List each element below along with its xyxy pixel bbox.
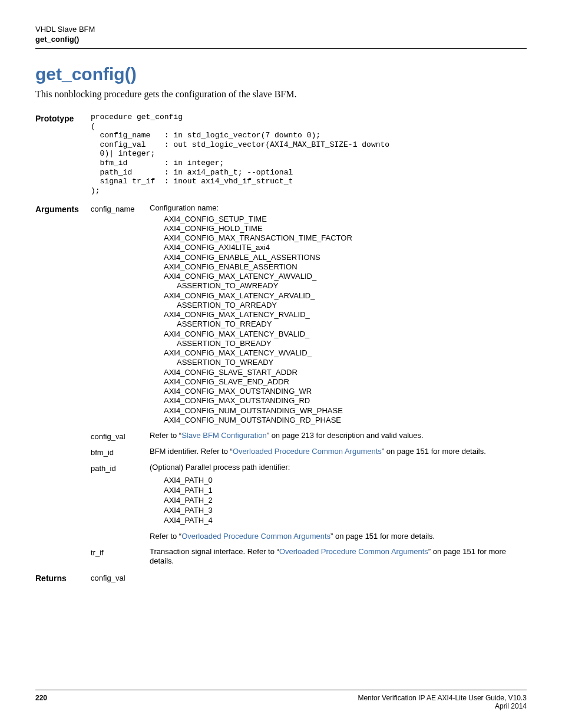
returns-value: config_val — [91, 572, 150, 582]
config-name-item: AXI4_CONFIG_NUM_OUTSTANDING_RD_PHASE — [164, 416, 527, 425]
page: VHDL Slave BFM get_config() get_config()… — [0, 0, 562, 728]
argument-desc: Refer to “Slave BFM Configuration” on pa… — [150, 431, 527, 440]
text: ” on page 213 for description and valid … — [267, 431, 424, 440]
config-name-item: ASSERTION_TO_BREADY — [164, 339, 527, 348]
config-name-item: AXI4_CONFIG_SLAVE_START_ADDR — [164, 368, 527, 377]
config-name-item: AXI4_CONFIG_ENABLE_ASSERTION — [164, 262, 527, 272]
config-name-item: AXI4_CONFIG_MAX_LATENCY_RVALID_ — [164, 310, 527, 319]
config-name-lead: Configuration name: — [150, 203, 527, 213]
path-id-list: AXI4_PATH_0AXI4_PATH_1AXI4_PATH_2AXI4_PA… — [164, 476, 527, 525]
config-name-item: AXI4_CONFIG_SETUP_TIME — [164, 215, 527, 224]
path-id-tail: Refer to “Overloaded Procedure Common Ar… — [150, 532, 527, 541]
argument-name: path_id — [91, 463, 150, 473]
argument-name: config_val — [91, 431, 150, 441]
argument-row-path-id: path_id (Optional) Parallel process path… — [35, 463, 527, 541]
config-name-item: AXI4_CONFIG_HOLD_TIME — [164, 224, 527, 233]
cross-ref-link[interactable]: Overloaded Procedure Common Arguments — [233, 447, 382, 456]
config-name-item: ASSERTION_TO_AWREADY — [164, 281, 527, 291]
path-id-item: AXI4_PATH_0 — [164, 476, 527, 486]
cross-ref-link[interactable]: Slave BFM Configuration — [181, 431, 267, 440]
config-name-item: AXI4_CONFIG_ENABLE_ALL_ASSERTIONS — [164, 253, 527, 262]
config-name-item: AXI4_CONFIG_MAX_LATENCY_AWVALID_ — [164, 272, 527, 281]
running-header-chapter: VHDL Slave BFM — [35, 25, 527, 34]
config-name-item: AXI4_CONFIG_MAX_TRANSACTION_TIME_FACTOR — [164, 233, 527, 243]
returns-row: Returns config_val — [35, 572, 527, 583]
argument-name: tr_if — [91, 547, 150, 557]
argument-name: bfm_id — [91, 447, 150, 457]
path-id-lead: (Optional) Parallel process path identif… — [150, 463, 527, 472]
prototype-label: Prototype — [35, 113, 91, 123]
argument-desc: (Optional) Parallel process path identif… — [150, 463, 527, 541]
running-header-section: get_config() — [35, 35, 527, 44]
footer-date: April 2014 — [358, 702, 527, 710]
page-footer: 220 Mentor Verification IP AE AXI4-Lite … — [35, 685, 527, 710]
page-title: get_config() — [35, 64, 527, 84]
argument-row-config-val: config_val Refer to “Slave BFM Configura… — [35, 431, 527, 441]
arguments-label: Arguments — [35, 203, 91, 214]
config-name-item: AXI4_CONFIG_MAX_LATENCY_BVALID_ — [164, 330, 527, 339]
config-name-item: ASSERTION_TO_RREADY — [164, 319, 527, 329]
text: BFM identifier. Refer to “ — [150, 447, 233, 456]
cross-ref-link[interactable]: Overloaded Procedure Common Arguments — [279, 547, 428, 556]
config-name-item: AXI4_CONFIG_MAX_OUTSTANDING_RD — [164, 396, 527, 406]
footer-guide: Mentor Verification IP AE AXI4-Lite User… — [358, 694, 527, 702]
text: Transaction signal interface. Refer to “ — [150, 547, 279, 556]
text: Refer to “ — [150, 532, 181, 541]
page-number: 220 — [35, 694, 47, 710]
config-name-item: ASSERTION_TO_WREADY — [164, 358, 527, 367]
argument-name: config_name — [91, 203, 150, 213]
prototype-code: procedure get_config ( config_name : in … — [91, 113, 389, 195]
config-name-item: AXI4_CONFIG_MAX_OUTSTANDING_WR — [164, 387, 527, 396]
arguments-block: Arguments config_name Configuration name… — [35, 203, 527, 566]
config-name-item: AXI4_CONFIG_MAX_LATENCY_WVALID_ — [164, 348, 527, 358]
path-id-item: AXI4_PATH_3 — [164, 506, 527, 516]
cross-ref-link[interactable]: Overloaded Procedure Common Arguments — [181, 532, 330, 541]
config-name-item: AXI4_CONFIG_NUM_OUTSTANDING_WR_PHASE — [164, 406, 527, 416]
text: Refer to “ — [150, 431, 181, 440]
argument-desc: Configuration name: AXI4_CONFIG_SETUP_TI… — [150, 203, 527, 425]
config-name-item: AXI4_CONFIG_SLAVE_END_ADDR — [164, 377, 527, 387]
argument-row-config-name: Arguments config_name Configuration name… — [35, 203, 527, 425]
path-id-item: AXI4_PATH_4 — [164, 516, 527, 526]
header-rule — [35, 48, 527, 49]
returns-label: Returns — [35, 572, 91, 583]
intro-paragraph: This nonblocking procedure gets the conf… — [35, 89, 527, 100]
path-id-item: AXI4_PATH_2 — [164, 496, 527, 506]
prototype-row: Prototype procedure get_config ( config_… — [35, 113, 527, 195]
argument-desc: Transaction signal interface. Refer to “… — [150, 547, 527, 566]
argument-row-bfm-id: bfm_id BFM identifier. Refer to “Overloa… — [35, 447, 527, 457]
config-name-item: ASSERTION_TO_ARREADY — [164, 301, 527, 310]
config-name-list: AXI4_CONFIG_SETUP_TIMEAXI4_CONFIG_HOLD_T… — [164, 215, 527, 426]
path-id-item: AXI4_PATH_1 — [164, 486, 527, 496]
config-name-item: AXI4_CONFIG_AXI4LITE_axi4 — [164, 243, 527, 252]
text: ” on page 151 for more details. — [382, 447, 486, 456]
argument-row-tr-if: tr_if Transaction signal interface. Refe… — [35, 547, 527, 566]
argument-desc: BFM identifier. Refer to “Overloaded Pro… — [150, 447, 527, 456]
footer-rule — [35, 690, 527, 690]
config-name-item: AXI4_CONFIG_MAX_LATENCY_ARVALID_ — [164, 291, 527, 301]
text: ” on page 151 for more details. — [330, 532, 435, 541]
